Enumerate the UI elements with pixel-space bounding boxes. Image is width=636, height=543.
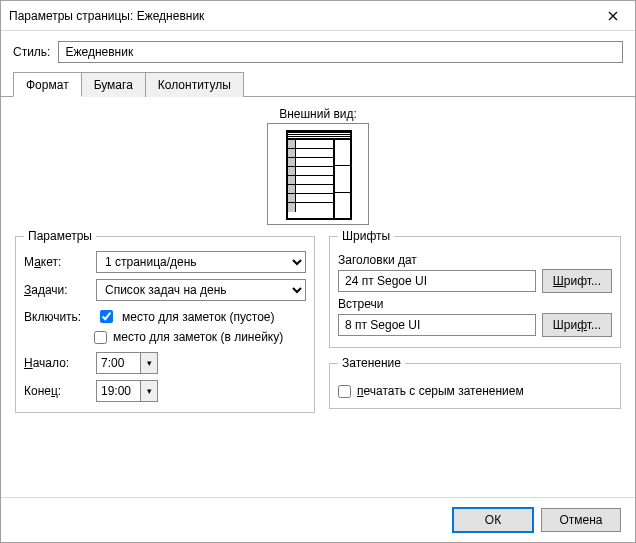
style-row: Стиль: [1,31,635,71]
notes-blank-label: место для заметок (пустое) [122,310,275,324]
group-fonts-legend: Шрифты [338,229,394,243]
date-headers-label: Заголовки дат [338,253,612,267]
dialog-button-bar: ОК Отмена [1,497,635,542]
titlebar: Параметры страницы: Ежедневник [1,1,635,31]
style-label: Стиль: [13,45,50,59]
end-time-input[interactable] [96,380,140,402]
notes-lined-checkbox[interactable] [94,331,107,344]
chevron-down-icon: ▾ [147,387,152,396]
page-setup-dialog: Параметры страницы: Ежедневник Стиль: Фо… [0,0,636,543]
appointments-font-display: 8 пт Segoe UI [338,314,536,336]
preview-label: Внешний вид: [15,107,621,121]
chevron-down-icon: ▾ [147,359,152,368]
start-time-combo[interactable]: ▾ [96,352,158,374]
date-headers-font-display: 24 пт Segoe UI [338,270,536,292]
window-title: Параметры страницы: Ежедневник [9,9,590,23]
layout-combo[interactable]: 1 страница/день [96,251,306,273]
appointments-font-button[interactable]: Шрифт... [542,313,612,337]
print-gray-shading-label: печатать с серым затенением [357,384,524,398]
tab-paper[interactable]: Бумага [81,72,146,97]
tasks-label: Задачи: [24,283,90,297]
tab-strip: Формат Бумага Колонтитулы [1,71,635,97]
preview-area: Внешний вид: [15,107,621,225]
group-shading-legend: Затенение [338,356,405,370]
notes-blank-checkbox[interactable] [100,310,113,323]
start-time-input[interactable] [96,352,140,374]
cancel-button[interactable]: Отмена [541,508,621,532]
close-button[interactable] [590,1,635,30]
start-label: Начало: [24,356,90,370]
notes-lined-label: место для заметок (в линейку) [113,330,283,344]
ok-button[interactable]: ОК [453,508,533,532]
appointments-label: Встречи [338,297,612,311]
group-parameters: Параметры Макет: 1 страница/день Задачи:… [15,229,315,413]
group-shading: Затенение печатать с серым затенением [329,356,621,409]
tasks-combo[interactable]: Список задач на день [96,279,306,301]
end-label: Конец: [24,384,90,398]
tab-body-format: Внешний вид: [1,97,635,497]
end-time-dropdown[interactable]: ▾ [140,380,158,402]
date-headers-font-button[interactable]: Шрифт... [542,269,612,293]
print-gray-shading-checkbox[interactable] [338,385,351,398]
group-fonts: Шрифты Заголовки дат 24 пт Segoe UI Шриф… [329,229,621,348]
style-input[interactable] [58,41,623,63]
end-time-combo[interactable]: ▾ [96,380,158,402]
tab-format[interactable]: Формат [13,72,82,97]
include-label: Включить: [24,310,90,324]
close-icon [608,8,618,24]
start-time-dropdown[interactable]: ▾ [140,352,158,374]
tab-headers[interactable]: Колонтитулы [145,72,244,97]
group-parameters-legend: Параметры [24,229,96,243]
preview-thumbnail [267,123,369,225]
layout-label: Макет: [24,255,90,269]
